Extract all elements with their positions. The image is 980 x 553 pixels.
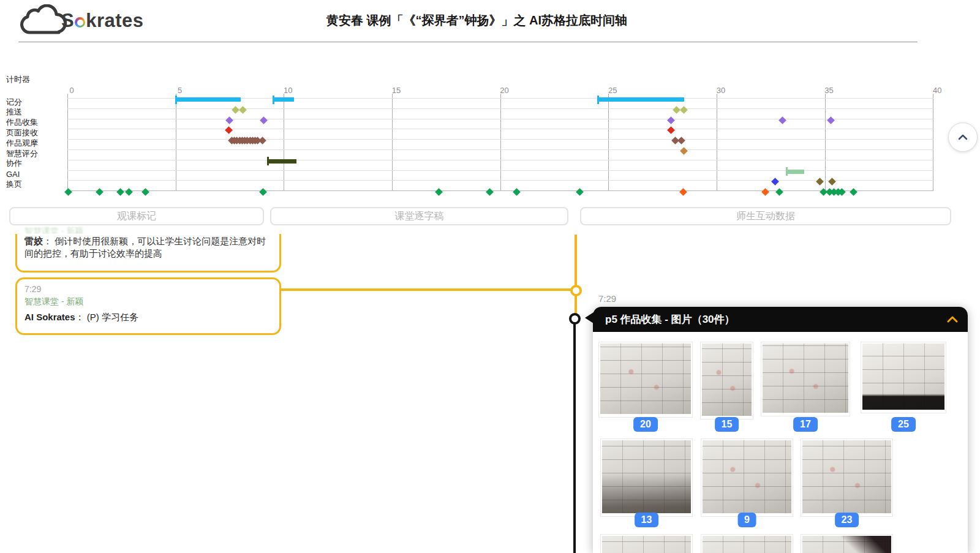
chart-row-label: 换页 — [6, 179, 22, 190]
scroll-to-top-button[interactable] — [948, 122, 978, 152]
student-number-badge[interactable]: 25 — [891, 417, 916, 432]
student-number-badge[interactable]: 23 — [835, 513, 859, 527]
chart-row-label: 推送 — [6, 107, 22, 118]
axis-tick-label: 20 — [500, 86, 508, 95]
gridline-horizontal — [67, 149, 933, 150]
axis-tick-label: 35 — [824, 86, 833, 95]
timeline-event-marker[interactable] — [850, 188, 858, 196]
page-title: 黄安春 课例「《“探界者”钟扬》」之 AI苏格拉底时间轴 — [0, 12, 954, 29]
work-thumbnail[interactable] — [600, 534, 693, 553]
timeline-event-marker[interactable] — [260, 116, 268, 124]
chevron-up-icon — [956, 130, 970, 145]
chart-row-label: 页面接收 — [6, 127, 38, 138]
worksheet-photo — [602, 440, 691, 513]
student-number-badge[interactable]: 9 — [737, 513, 756, 527]
timeline-bar[interactable] — [786, 170, 804, 174]
work-thumbnail[interactable] — [801, 438, 893, 517]
worksheet-photo — [600, 344, 691, 414]
timeline-event-marker[interactable] — [259, 188, 267, 196]
timeline-event-marker[interactable] — [771, 178, 779, 186]
yellow-connector-node[interactable] — [570, 285, 582, 296]
timeline-event-marker[interactable] — [225, 127, 233, 135]
timeline-event-marker[interactable] — [576, 188, 584, 196]
axis-tick-label: 10 — [284, 86, 292, 95]
event-card[interactable]: 7:29 智慧课堂 - 新颖 AI Sokrates： (P) 学习任务 — [15, 277, 281, 335]
work-thumbnail[interactable] — [700, 342, 753, 419]
student-number-badge[interactable]: 15 — [715, 417, 739, 432]
work-thumbnail[interactable] — [701, 534, 793, 553]
timeline-event-marker[interactable] — [816, 178, 824, 186]
work-thumbnail[interactable] — [598, 342, 693, 418]
timeline-event-marker[interactable] — [435, 188, 443, 196]
gridline-horizontal — [67, 190, 933, 191]
worksheet-photo — [703, 440, 791, 513]
event-card-author: AI Sokrates — [24, 312, 75, 322]
timeline-event-marker[interactable] — [680, 147, 688, 155]
panel-pointer-arrow — [585, 312, 594, 323]
gridline-horizontal — [67, 180, 933, 181]
chart-row-label: 智慧评分 — [6, 148, 38, 159]
work-thumbnail[interactable] — [761, 342, 850, 416]
timeline-bar[interactable] — [268, 159, 296, 164]
collapse-chevron-icon[interactable] — [946, 313, 959, 326]
timeline-event-marker[interactable] — [513, 188, 521, 196]
chart-row-label: 协作 — [6, 158, 22, 169]
yellow-connector-horizontal — [265, 288, 576, 291]
works-panel-body: 2015172513923 — [593, 332, 968, 553]
tab-observation-marks[interactable]: 观课标记 — [9, 207, 264, 225]
timeline-event-marker[interactable] — [680, 106, 688, 114]
timeline-event-marker[interactable] — [677, 137, 685, 145]
work-thumbnail[interactable] — [861, 342, 946, 413]
timeline-event-marker[interactable] — [778, 116, 786, 124]
axis-tick-label: 15 — [392, 86, 401, 95]
comment-card[interactable]: 雷姣： 倒计时使用很新颖，可以让学生讨论问题是注意对时间的把控，有助于讨论效率的… — [15, 234, 281, 273]
gridline-horizontal — [67, 139, 933, 140]
timeline-event-marker[interactable] — [679, 188, 687, 196]
chart-row-label: 作品收集 — [6, 117, 38, 128]
timeline-bar[interactable] — [176, 97, 241, 102]
gridline-horizontal — [67, 160, 933, 160]
tab-interaction-data[interactable]: 师生互动数据 — [580, 207, 951, 225]
work-thumbnail[interactable] — [600, 438, 693, 517]
timeline-event-marker[interactable] — [125, 188, 133, 196]
black-connector-vertical — [573, 321, 576, 553]
comment-author: 雷姣 — [24, 236, 43, 246]
timeline-event-marker[interactable] — [226, 116, 234, 124]
gridline-horizontal — [67, 129, 933, 129]
axis-tick-label: 30 — [717, 86, 725, 95]
timeline-event-marker[interactable] — [667, 127, 675, 135]
timeline-event-marker[interactable] — [96, 188, 104, 196]
timeline-event-marker[interactable] — [258, 137, 266, 145]
timeline-bar[interactable] — [598, 97, 684, 102]
comment-text: 倒计时使用很新颖，可以让学生讨论问题是注意对时间的把控，有助于讨论效率的提高 — [24, 236, 266, 258]
axis-tick-label: 25 — [608, 86, 617, 95]
timeline-event-marker[interactable] — [667, 116, 675, 124]
student-number-badge[interactable]: 20 — [633, 417, 658, 432]
works-panel: p5 作品收集 - 图片（30件） 2015172513923 — [593, 307, 968, 553]
chart-row-label: GAI — [6, 170, 20, 179]
student-number-badge[interactable]: 13 — [635, 513, 659, 527]
header-divider — [18, 42, 918, 42]
chart-row-label: 记分 — [6, 97, 22, 108]
timeline-bar[interactable] — [273, 97, 294, 102]
tab-class-transcript[interactable]: 课堂逐字稿 — [270, 207, 568, 225]
works-panel-header[interactable]: p5 作品收集 - 图片（30件） — [593, 307, 968, 332]
axis-tick-label: 0 — [69, 86, 74, 95]
timeline-event-marker[interactable] — [64, 188, 72, 196]
work-thumbnail[interactable] — [701, 438, 793, 517]
timeline-event-marker[interactable] — [775, 188, 783, 196]
panel-timestamp: 7:29 — [598, 293, 616, 304]
black-connector-node[interactable] — [569, 313, 581, 325]
timeline-event-marker[interactable] — [116, 188, 124, 196]
timeline-event-marker[interactable] — [827, 116, 835, 124]
timeline-event-marker[interactable] — [486, 188, 494, 196]
timeline-event-marker[interactable] — [239, 106, 247, 114]
work-thumbnail[interactable] — [801, 534, 893, 553]
timeline-event-marker[interactable] — [828, 178, 836, 186]
timeline-event-marker[interactable] — [761, 188, 769, 196]
chart-row-label: 作品观摩 — [6, 138, 38, 149]
student-number-badge[interactable]: 17 — [793, 417, 818, 432]
faded-card-text: 智慧课堂 - 新颖 — [24, 226, 83, 234]
axis-tick-label: 5 — [178, 86, 182, 95]
timeline-event-marker[interactable] — [141, 188, 149, 196]
